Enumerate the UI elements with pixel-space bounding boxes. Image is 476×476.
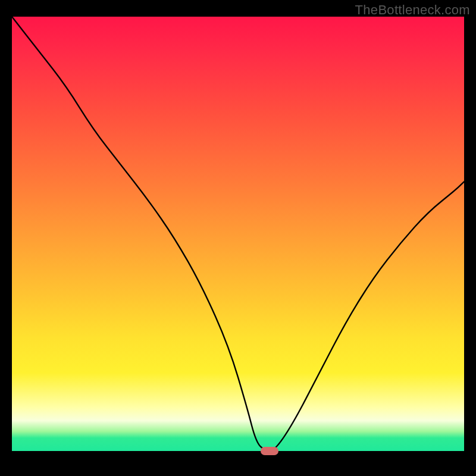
optimal-marker bbox=[261, 447, 278, 455]
bottleneck-curve bbox=[12, 17, 464, 451]
chart-frame: TheBottleneck.com bbox=[0, 0, 476, 476]
watermark-text: TheBottleneck.com bbox=[355, 2, 470, 18]
plot-outer bbox=[12, 17, 464, 469]
